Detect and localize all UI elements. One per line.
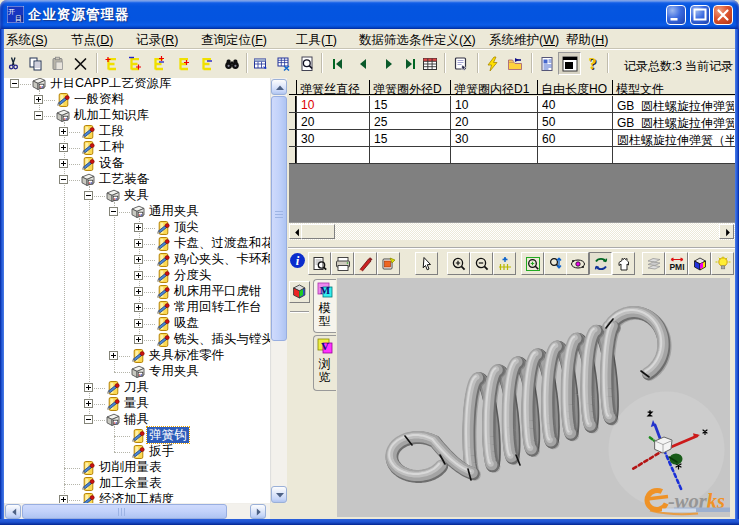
svg-text:目: 目 [15,15,22,23]
svg-text:V: V [321,340,329,352]
svg-text:M: M [320,284,331,296]
svg-text:开: 开 [8,8,15,15]
svg-text:i: i [296,254,300,268]
svg-text:?: ? [589,56,597,72]
svg-text:PMI: PMI [669,262,684,272]
